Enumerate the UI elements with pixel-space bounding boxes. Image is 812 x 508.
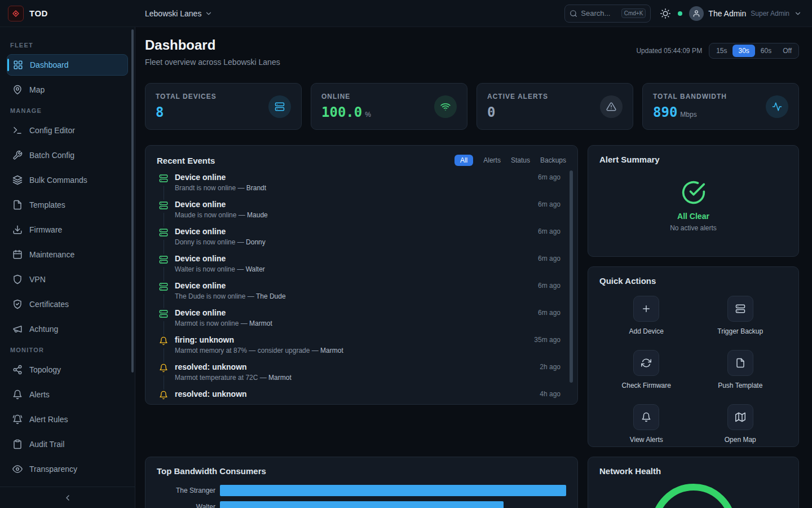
quick-action-label: Open Map bbox=[725, 436, 756, 444]
alert-summary-card: Alert Summary All Clear No active alerts bbox=[588, 145, 799, 257]
event-row[interactable]: resolved: unknownMarmot temperature at 7… bbox=[159, 362, 561, 389]
sidebar-item-transparency[interactable]: Transparency bbox=[7, 458, 128, 480]
nav-section-monitor: MONITORTopologyAlertsAlert RulesAudit Tr… bbox=[7, 347, 128, 480]
sidebar-scrollbar[interactable] bbox=[131, 29, 134, 373]
sidebar-collapse-button[interactable] bbox=[63, 493, 72, 502]
sidebar-item-alert-rules[interactable]: Alert Rules bbox=[7, 409, 128, 430]
quick-action-view-alerts[interactable]: View Alerts bbox=[630, 404, 663, 444]
sidebar-item-templates[interactable]: Templates bbox=[7, 194, 128, 216]
org-selector[interactable]: Lebowski Lanes bbox=[145, 9, 213, 18]
quick-action-push-template[interactable]: Push Template bbox=[718, 350, 762, 389]
page-title: Dashboard bbox=[145, 37, 280, 53]
event-row[interactable]: Device onlineMarmot is now online — Marm… bbox=[159, 308, 561, 335]
timeline-connector bbox=[164, 321, 164, 335]
sidebar-item-firmware[interactable]: Firmware bbox=[7, 219, 128, 240]
sidebar-item-label: Audit Trail bbox=[29, 440, 64, 449]
event-row[interactable]: Device onlineDonny is now online — Donny… bbox=[159, 227, 561, 254]
alert-status: All Clear bbox=[677, 212, 709, 221]
bandwidth-device-label: The Stranger bbox=[157, 487, 220, 494]
events-scrollbar[interactable] bbox=[570, 170, 573, 383]
stat-card-online: ONLINE100.0% bbox=[311, 83, 467, 130]
event-title: resolved: unknown bbox=[175, 389, 533, 398]
logo-icon bbox=[11, 9, 20, 18]
sidebar-item-label: Templates bbox=[29, 200, 65, 209]
bandwidth-bar bbox=[220, 485, 566, 496]
bell-icon bbox=[633, 404, 659, 430]
sidebar-item-label: Firmware bbox=[29, 225, 62, 234]
layers-icon bbox=[12, 175, 23, 185]
event-body: resolved: unknown bbox=[175, 389, 533, 405]
event-timeline bbox=[159, 173, 168, 200]
event-time: 6m ago bbox=[538, 254, 561, 281]
event-filter-all[interactable]: All bbox=[454, 155, 473, 166]
page-subtitle: Fleet overview across Lebowski Lanes bbox=[145, 58, 280, 67]
quick-action-open-map[interactable]: Open Map bbox=[725, 404, 756, 444]
sidebar-item-maintenance[interactable]: Maintenance bbox=[7, 244, 128, 265]
event-description: Brandt is now online — Brandt bbox=[175, 184, 531, 192]
topbar: TOD Lebowski Lanes Cmd+K The Admin Super… bbox=[0, 0, 812, 27]
event-row[interactable]: Device onlineMaude is now online — Maude… bbox=[159, 200, 561, 227]
refresh-option-30s[interactable]: 30s bbox=[732, 45, 754, 57]
user-menu[interactable]: The Admin Super Admin bbox=[689, 6, 802, 21]
search-box[interactable]: Cmd+K bbox=[564, 5, 651, 23]
sidebar-item-audit-trail[interactable]: Audit Trail bbox=[7, 433, 128, 455]
plus-icon bbox=[633, 296, 659, 322]
refresh-option-off[interactable]: Off bbox=[777, 45, 797, 57]
wrench-icon bbox=[12, 150, 23, 160]
quick-action-label: Check Firmware bbox=[622, 382, 671, 389]
event-row[interactable]: resolved: unknown4h ago bbox=[159, 389, 561, 405]
sidebar-item-alerts[interactable]: Alerts bbox=[7, 384, 128, 405]
stat-value: 8 bbox=[156, 104, 164, 120]
sidebar-item-batch-config[interactable]: Batch Config bbox=[7, 144, 128, 166]
event-body: firing: unknownMarmot memory at 87% — co… bbox=[175, 335, 527, 362]
sidebar-item-topology[interactable]: Topology bbox=[7, 359, 128, 380]
event-filter-status[interactable]: Status bbox=[511, 156, 530, 164]
topology-icon bbox=[12, 365, 23, 375]
search-input[interactable] bbox=[581, 9, 617, 17]
event-row[interactable]: firing: unknownMarmot memory at 87% — co… bbox=[159, 335, 561, 362]
sidebar-item-vpn[interactable]: VPN bbox=[7, 269, 128, 290]
sidebar-item-label: Alerts bbox=[29, 390, 50, 399]
sidebar-item-label: Config Editor bbox=[29, 126, 75, 135]
sidebar-item-label: Achtung bbox=[29, 325, 58, 334]
refresh-option-60s[interactable]: 60s bbox=[755, 45, 777, 57]
sidebar-item-certificates[interactable]: Certificates bbox=[7, 294, 128, 315]
sidebar-item-label: Map bbox=[29, 85, 45, 94]
stats-row: TOTAL DEVICES8ONLINE100.0%ACTIVE ALERTS0… bbox=[145, 83, 799, 130]
event-row[interactable]: Device onlineThe Dude is now online — Th… bbox=[159, 281, 561, 308]
right-column: Alert Summary All Clear No active alerts… bbox=[588, 145, 799, 447]
stat-label: TOTAL BANDWIDTH bbox=[653, 93, 727, 100]
quick-actions-card: Quick Actions Add DeviceTrigger BackupCh… bbox=[588, 266, 799, 447]
network-health-card: Network Health bbox=[588, 457, 799, 508]
theme-toggle-button[interactable] bbox=[657, 6, 673, 21]
event-row[interactable]: Device onlineBrandt is now online — Bran… bbox=[159, 173, 561, 200]
quick-actions-grid: Add DeviceTrigger BackupCheck FirmwarePu… bbox=[599, 296, 787, 444]
event-filter-backups[interactable]: Backups bbox=[540, 156, 566, 164]
event-timeline bbox=[159, 389, 168, 405]
recent-events-card: Recent Events AllAlertsStatusBackups Dev… bbox=[145, 145, 578, 405]
event-row[interactable]: Device onlineWalter is now online — Walt… bbox=[159, 254, 561, 281]
quick-action-trigger-backup[interactable]: Trigger Backup bbox=[717, 296, 763, 335]
sidebar-item-bulk-commands[interactable]: Bulk Commands bbox=[7, 169, 128, 191]
event-body: Device onlineMarmot is now online — Marm… bbox=[175, 308, 531, 335]
event-device: The Dude bbox=[256, 292, 286, 300]
quick-action-add-device[interactable]: Add Device bbox=[629, 296, 664, 335]
calendar-icon bbox=[12, 249, 23, 260]
sidebar-item-map[interactable]: Map bbox=[7, 79, 128, 100]
header-right: Updated 05:44:09 PM 15s30s60sOff bbox=[636, 43, 799, 59]
sidebar-item-label: Certificates bbox=[29, 300, 69, 309]
bandwidth-track bbox=[220, 485, 566, 496]
sidebar-item-achtung[interactable]: Achtung bbox=[7, 318, 128, 340]
wifi-icon bbox=[434, 95, 457, 118]
sun-icon bbox=[660, 8, 670, 19]
alert-summary-title: Alert Summary bbox=[599, 155, 787, 164]
sidebar-item-config-editor[interactable]: Config Editor bbox=[7, 120, 128, 141]
event-description: Marmot temperature at 72C — Marmot bbox=[175, 374, 533, 382]
sidebar-item-dashboard[interactable]: Dashboard bbox=[7, 54, 128, 76]
event-filter-alerts[interactable]: Alerts bbox=[483, 156, 501, 164]
refresh-option-15s[interactable]: 15s bbox=[710, 45, 732, 57]
sidebar-item-label: Topology bbox=[29, 365, 61, 374]
chevron-left-icon bbox=[63, 493, 72, 502]
sidebar-item-label: Maintenance bbox=[29, 250, 74, 259]
quick-action-check-firmware[interactable]: Check Firmware bbox=[622, 350, 671, 389]
